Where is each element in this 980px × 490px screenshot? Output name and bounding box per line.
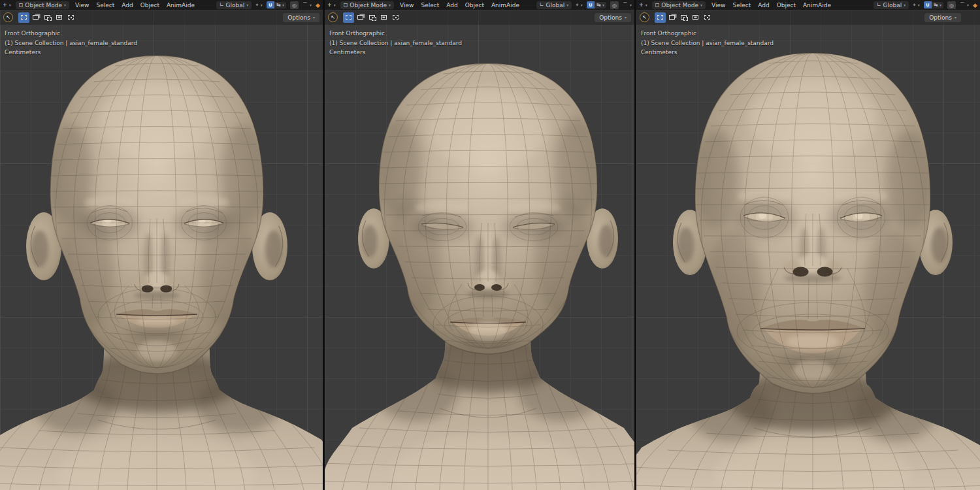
menu-select[interactable]: Select — [419, 2, 440, 8]
chevron-down-icon: ▾ — [581, 3, 583, 7]
orientation-dropdown[interactable]: ∟ Global ▾ — [536, 1, 572, 9]
menu-object[interactable]: Object — [776, 2, 797, 8]
select-mode-set[interactable] — [18, 12, 29, 23]
falloff-dropdown[interactable]: ⌒ ▾ — [960, 3, 969, 8]
menu-add[interactable]: Add — [757, 2, 770, 8]
options-label: Options — [599, 14, 622, 21]
chevron-down-icon: ▾ — [967, 3, 969, 7]
select-mode-extend[interactable] — [30, 12, 41, 23]
menu-object[interactable]: Object — [464, 2, 485, 8]
falloff-icon: ⌒ — [302, 3, 308, 8]
viewport-header: + ▾ ◻ Object Mode ▾ View Select Add Obje… — [325, 0, 634, 10]
select-mode-subtract[interactable] — [42, 12, 53, 23]
select-mode-subtract[interactable] — [678, 12, 689, 23]
proportional-edit-toggle[interactable]: ◎ — [290, 1, 299, 9]
snapping-group: ∪ ↹ ▾ — [267, 1, 286, 8]
snap-settings-dropdown[interactable]: ↹ ▾ — [932, 2, 943, 8]
viewport-panel-1: + ▾ ◻ Object Mode ▾ View Select Add Obje… — [0, 0, 323, 490]
menu-animaide[interactable]: AnimAide — [490, 2, 521, 8]
chevron-down-icon: ▾ — [955, 16, 956, 20]
orientation-icon: ∟ — [220, 3, 224, 8]
select-mode-group — [18, 12, 76, 23]
viewport-panel-2: + ▾ ◻ Object Mode ▾ View Select Add Obje… — [325, 0, 634, 490]
editor-type-button[interactable]: + ▾ — [639, 3, 647, 8]
viewport-canvas-1[interactable]: ↖ Options ▾ Front Orthographic (1) Scene… — [0, 10, 323, 490]
viewport-canvas-2[interactable]: ↖ Options ▾ Front Orthographic (1) Scene… — [325, 10, 634, 490]
select-mode-intersect[interactable] — [702, 12, 713, 23]
falloff-dropdown[interactable]: ⌒ ▾ — [302, 3, 312, 8]
snap-toggle-button[interactable]: ∪ — [267, 1, 275, 8]
active-tool-icon[interactable]: ↖ — [640, 12, 649, 22]
head-model-wide — [636, 10, 980, 490]
orientation-dropdown[interactable]: ∟ Global ▾ — [874, 1, 909, 9]
proportional-icon: ◎ — [292, 3, 297, 8]
menu-animaide[interactable]: AnimAide — [165, 2, 196, 8]
viewport-header: + ▾ ◻ Object Mode ▾ View Select Add Obje… — [0, 0, 323, 10]
proportional-edit-toggle[interactable]: ◎ — [610, 1, 619, 9]
chevron-down-icon: ▾ — [64, 3, 66, 7]
pivot-icon: ⌖ — [255, 3, 259, 8]
select-mode-extend[interactable] — [355, 12, 366, 23]
proportional-icon: ◎ — [949, 3, 954, 8]
menu-object[interactable]: Object — [139, 2, 161, 8]
mode-dropdown[interactable]: ◻ Object Mode ▾ — [652, 1, 706, 9]
active-tool-icon[interactable]: ↖ — [328, 12, 338, 22]
snap-toggle-button[interactable]: ∪ — [587, 1, 595, 8]
orientation-dropdown[interactable]: ∟ Global ▾ — [216, 1, 252, 9]
header-right-cluster: ∟ Global ▾ ⌖ ▾ ∪ ↹ ▾ ◎ — [216, 1, 320, 9]
select-mode-invert[interactable] — [690, 12, 701, 23]
menu-view[interactable]: View — [399, 2, 415, 8]
orientation-label: Global — [226, 2, 245, 8]
select-mode-set[interactable] — [655, 12, 666, 23]
select-mode-invert[interactable] — [54, 12, 65, 23]
menu-view[interactable]: View — [710, 2, 727, 8]
select-mode-extend[interactable] — [666, 12, 678, 23]
select-mode-invert[interactable] — [378, 12, 389, 23]
pivot-dropdown[interactable]: ⌖ ▾ — [255, 3, 263, 8]
options-dropdown[interactable]: Options ▾ — [283, 13, 319, 22]
editor-type-button[interactable]: + ▾ — [327, 3, 336, 8]
mode-dropdown[interactable]: ◻ Object Mode ▾ — [16, 1, 69, 9]
mode-dropdown[interactable]: ◻ Object Mode ▾ — [340, 1, 394, 9]
snap-toggle-button[interactable]: ∪ — [924, 1, 932, 8]
editor-type-icon: + — [639, 3, 644, 8]
proportional-edit-toggle[interactable]: ◎ — [947, 1, 956, 9]
select-mode-intersect[interactable] — [390, 12, 401, 23]
menu-add[interactable]: Add — [445, 2, 459, 8]
pivot-icon: ⌖ — [913, 3, 916, 8]
gizmo-icon[interactable]: ◆ — [973, 2, 977, 8]
editor-type-icon: + — [327, 3, 332, 8]
editor-type-button[interactable]: + ▾ — [3, 3, 11, 8]
snap-settings-dropdown[interactable]: ↹ ▾ — [274, 2, 286, 8]
select-mode-group — [343, 12, 401, 23]
select-mode-set[interactable] — [343, 12, 354, 23]
chevron-down-icon: ▾ — [389, 3, 391, 7]
object-mode-icon: ◻ — [344, 3, 348, 8]
select-mode-subtract[interactable] — [367, 12, 378, 23]
gizmo-icon[interactable]: ◆ — [316, 2, 320, 8]
viewport-canvas-3[interactable]: ↖ Options ▾ Front Orthographic (1) Scene… — [636, 10, 980, 490]
orientation-label: Global — [883, 2, 902, 8]
menu-select[interactable]: Select — [95, 2, 116, 8]
header-right-cluster: ∟ Global ▾ ⌖ ▾ ∪ ↹ ▾ ◎ — [874, 1, 977, 9]
header-right-cluster: ∟ Global ▾ ⌖ ▾ ∪ ↹ ▾ ◎ — [536, 1, 632, 9]
menu-add[interactable]: Add — [120, 2, 134, 8]
menu-view[interactable]: View — [74, 2, 90, 8]
pivot-dropdown[interactable]: ⌖ ▾ — [576, 3, 583, 8]
menu-select[interactable]: Select — [731, 2, 752, 8]
chevron-down-icon: ▾ — [282, 3, 284, 7]
menu-animaide[interactable]: AnimAide — [802, 2, 832, 8]
falloff-dropdown[interactable]: ⌒ ▾ — [623, 3, 632, 8]
options-dropdown[interactable]: Options ▾ — [924, 13, 961, 22]
pivot-dropdown[interactable]: ⌖ ▾ — [913, 3, 920, 8]
chevron-down-icon: ▾ — [904, 3, 906, 7]
active-tool-icon[interactable]: ↖ — [3, 12, 13, 22]
magnet-icon: ∪ — [269, 2, 273, 8]
select-mode-intersect[interactable] — [65, 12, 76, 23]
magnet-icon: ∪ — [589, 2, 593, 8]
mode-label: Object Mode — [350, 2, 387, 8]
blender-three-viewports: + ▾ ◻ Object Mode ▾ View Select Add Obje… — [0, 0, 980, 490]
chevron-down-icon: ▾ — [939, 3, 941, 7]
snap-settings-dropdown[interactable]: ↹ ▾ — [595, 2, 606, 8]
options-dropdown[interactable]: Options ▾ — [595, 13, 631, 22]
